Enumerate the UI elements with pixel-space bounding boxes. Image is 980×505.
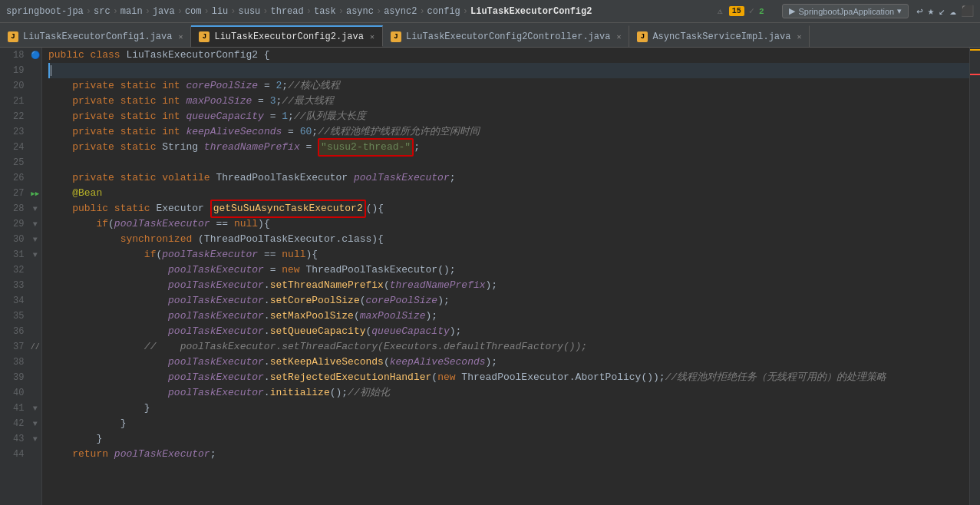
cloud-icon[interactable]: ☁ [950, 5, 956, 18]
gutter-line-21: 21 [0, 94, 41, 109]
warning-count: 15 [729, 6, 744, 16]
gutter-line-25: 25 [0, 155, 41, 170]
gutter-line-34: 34 [0, 293, 41, 309]
gutter-line-26: 26 [0, 170, 41, 186]
tabs-bar: J LiuTaskExecutorConfig1.java ✕ J LiuTas… [0, 23, 980, 48]
bean-run-icon: ▶▶ [31, 190, 39, 198]
code-line-25 [48, 155, 969, 170]
code-line-20: private static int corePoolSize = 2;//核心… [48, 78, 969, 94]
gutter-line-19: 19 [0, 63, 41, 78]
code-line-26: private static volatile ThreadPoolTaskEx… [48, 170, 969, 186]
gutter-line-42: 42▼ [0, 416, 41, 431]
breadcrumb-current-file[interactable]: LiuTaskExecutorConfig2 [470, 6, 592, 17]
breadcrumb-async[interactable]: async [346, 6, 374, 17]
gutter-line-44: 44 [0, 447, 41, 462]
bookmark-icon[interactable]: ★ [928, 5, 934, 18]
tab-label: AsyncTaskServiceImpl.java [652, 31, 790, 42]
breadcrumb-main[interactable]: main [120, 6, 143, 17]
java-file-icon: J [8, 31, 18, 42]
gutter-line-33: 33 [0, 278, 41, 293]
code-line-27: @Bean [48, 186, 969, 201]
check-count: 2 [759, 7, 764, 16]
code-line-42: } [48, 416, 969, 431]
line-number-gutter: 18 🔵 19 20 21 22 23 [0, 48, 42, 505]
warning-stripe [970, 49, 980, 51]
code-line-37: // poolTaskExecutor.setThreadFactory(Exe… [48, 339, 969, 355]
run-config-button[interactable]: ▶ SpringbootJpaApplication ▾ [782, 4, 909, 18]
code-line-21: private static int maxPoolSize = 3;//最大线… [48, 94, 969, 109]
tab-label: LiuTaskExecutorConfig2Controller.java [406, 31, 610, 42]
breadcrumb-thread[interactable]: thread [271, 6, 304, 17]
breadcrumb-susu[interactable]: susu [239, 6, 261, 17]
code-line-35: poolTaskExecutor.setMaxPoolSize(maxPoolS… [48, 309, 969, 324]
code-line-33: poolTaskExecutor.setThreadNamePrefix(thr… [48, 278, 969, 293]
tab-controller[interactable]: J LiuTaskExecutorConfig2Controller.java … [383, 25, 629, 47]
tab-label: LiuTaskExecutorConfig1.java [23, 31, 172, 42]
gutter-line-37: 37// [0, 339, 41, 355]
close-tab-icon[interactable]: ✕ [797, 32, 801, 41]
code-line-39: poolTaskExecutor.setRejectedExecutionHan… [48, 370, 969, 385]
error-stripe [970, 74, 980, 75]
breadcrumb-async2[interactable]: async2 [384, 6, 417, 17]
gutter-line-18: 18 🔵 [0, 48, 41, 63]
fold-icon[interactable]: ▼ [33, 236, 38, 244]
close-tab-icon[interactable]: ✕ [178, 32, 183, 41]
dropdown-icon: ▾ [897, 6, 902, 16]
gutter-line-38: 38 [0, 355, 41, 370]
tab-service[interactable]: J AsyncTaskServiceImpl.java ✕ [629, 25, 810, 47]
back-icon[interactable]: ↩ [916, 5, 922, 18]
code-line-18: public class LiuTaskExecutorConfig2 { [48, 48, 969, 63]
gutter-line-28: 28 ▼ [0, 201, 41, 216]
run-config-label: SpringbootJpaApplication [798, 7, 894, 16]
gutter-line-27: 27 ▶▶ [0, 186, 41, 201]
toolbar-icons: ↩ ★ ↙ ☁ ⬛ [916, 5, 974, 18]
scrollbar-right[interactable] [969, 48, 980, 505]
deploy-icon[interactable]: ↙ [939, 5, 945, 18]
code-line-29: if(poolTaskExecutor == null){ [48, 216, 969, 232]
code-line-31: if(poolTaskExecutor == null){ [48, 247, 969, 262]
breadcrumb-liu[interactable]: liu [212, 6, 229, 17]
warning-icon: ⚠ [718, 6, 723, 16]
comment-icon: // [31, 343, 40, 352]
fold-icon[interactable]: ▼ [33, 251, 38, 259]
fold-icon[interactable]: ▼ [33, 420, 38, 428]
bean-icon: 🔵 [31, 51, 40, 60]
breadcrumb-task[interactable]: task [314, 6, 336, 17]
breadcrumb-project[interactable]: springboot-jpa [6, 6, 84, 17]
code-line-23: private static int keepAliveSeconds = 60… [48, 124, 969, 140]
gutter-line-22: 22 [0, 109, 41, 124]
code-line-34: poolTaskExecutor.setCorePoolSize(corePoo… [48, 293, 969, 309]
code-line-41: } [48, 401, 969, 416]
tab-config1[interactable]: J LiuTaskExecutorConfig1.java ✕ [0, 25, 191, 47]
breadcrumb-src[interactable]: src [94, 6, 111, 17]
fold-icon[interactable]: ▼ [33, 205, 38, 213]
breadcrumb-config[interactable]: config [427, 6, 460, 17]
error-indicator [970, 74, 980, 75]
java-file-icon: J [637, 31, 648, 42]
tab-label: LiuTaskExecutorConfig2.java [214, 31, 363, 42]
gutter-line-23: 23 [0, 124, 41, 140]
run-icon: ▶ [789, 6, 795, 16]
gutter-line-20: 20 [0, 78, 41, 94]
code-line-24: private static String threadNamePrefix =… [48, 140, 969, 155]
fold-icon[interactable]: ▼ [33, 435, 38, 444]
tab-config2[interactable]: J LiuTaskExecutorConfig2.java ✕ [191, 25, 382, 47]
gutter-line-35: 35 [0, 309, 41, 324]
close-tab-icon[interactable]: ✕ [370, 32, 375, 41]
code-line-44: return poolTaskExecutor; [48, 447, 969, 462]
gutter-line-36: 36 [0, 324, 41, 339]
code-line-43: } [48, 431, 969, 447]
code-line-36: poolTaskExecutor.setQueueCapacity(queueC… [48, 324, 969, 339]
fold-icon[interactable]: ▼ [33, 404, 38, 413]
stop-icon[interactable]: ⬛ [961, 5, 974, 18]
gutter-line-39: 39 [0, 370, 41, 385]
breadcrumb-java[interactable]: java [153, 6, 175, 17]
code-editor[interactable]: public class LiuTaskExecutorConfig2 { pr… [42, 48, 969, 505]
code-area: 18 🔵 19 20 21 22 23 [0, 48, 980, 505]
gutter-line-41: 41▼ [0, 401, 41, 416]
breadcrumb-bar: springboot-jpa › src › main › java › com… [0, 0, 980, 23]
breadcrumb-com[interactable]: com [185, 6, 202, 17]
fold-icon[interactable]: ▼ [33, 220, 38, 229]
close-tab-icon[interactable]: ✕ [616, 32, 621, 41]
gutter-line-29: 29 ▼ [0, 216, 41, 232]
